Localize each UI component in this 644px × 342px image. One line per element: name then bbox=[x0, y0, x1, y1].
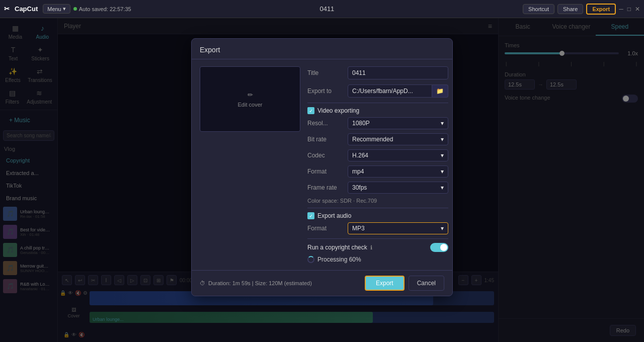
modal-body: ✏ Edit cover Title Export to 📁 bbox=[192, 59, 452, 270]
browse-folder-button[interactable]: 📁 bbox=[432, 84, 448, 98]
modal-title: Export bbox=[192, 39, 452, 59]
shortcut-button[interactable]: Shortcut bbox=[523, 4, 554, 14]
format-row: Format mp4 ▾ bbox=[307, 165, 448, 178]
audio-export-row: ✓ Export audio bbox=[307, 212, 448, 219]
title-field-label: Title bbox=[307, 69, 344, 76]
audio-export-label: Export audio bbox=[317, 212, 351, 219]
modal-export-button[interactable]: Export bbox=[365, 276, 405, 291]
audio-format-label: Format bbox=[307, 225, 344, 232]
processing-spinner bbox=[307, 256, 314, 263]
codec-select[interactable]: H.264 ▾ bbox=[348, 149, 448, 161]
window-controls: ─ □ ✕ bbox=[619, 6, 640, 13]
processing-label: Processing 60% bbox=[317, 256, 361, 263]
format-label: Format bbox=[307, 168, 344, 175]
footer-buttons: Export Cancel bbox=[365, 276, 444, 291]
resolution-row: Resol... 1080P ▾ bbox=[307, 117, 448, 129]
topbar: ✂ CapCut Menu ▾ Auto saved: 22:57:35 041… bbox=[0, 0, 644, 18]
codec-label: Codec bbox=[307, 152, 344, 159]
shortcut-label: Shortcut bbox=[528, 6, 549, 12]
window-title: 0411 bbox=[134, 5, 520, 13]
app-name: CapCut bbox=[15, 5, 38, 13]
share-label: Share bbox=[563, 6, 578, 12]
bitrate-select[interactable]: Recommended ▾ bbox=[348, 133, 448, 145]
format-select[interactable]: mp4 ▾ bbox=[348, 165, 448, 178]
pencil-icon: ✏ bbox=[248, 91, 253, 99]
export-path-input[interactable] bbox=[348, 84, 432, 98]
autosave-indicator: Auto saved: 22:57:35 bbox=[73, 6, 131, 12]
modal-overlay: Export ✏ Edit cover Title Export to bbox=[0, 18, 644, 342]
copyright-label: Run a copyright check bbox=[307, 244, 367, 251]
menu-label: Menu bbox=[47, 6, 61, 12]
modal-footer: ⏱ Duration: 1m 59s | Size: 120M (estimat… bbox=[192, 270, 452, 296]
topbar-right: Shortcut Share Export ─ □ ✕ bbox=[523, 4, 640, 15]
codec-row: Codec H.264 ▾ bbox=[307, 149, 448, 161]
bitrate-label: Bit rate bbox=[307, 136, 344, 143]
title-row: Title bbox=[307, 66, 448, 79]
video-export-label: Video exporting bbox=[317, 107, 359, 114]
maximize-icon[interactable]: □ bbox=[627, 6, 631, 13]
export-form: Title Export to 📁 ✓ Video expor bbox=[307, 66, 448, 263]
framerate-label: Frame rate bbox=[307, 184, 344, 191]
autosave-dot bbox=[73, 7, 77, 11]
resolution-label: Resol... bbox=[307, 120, 344, 127]
framerate-row: Frame rate 30fps ▾ bbox=[307, 182, 448, 194]
export-to-row: Export to 📁 bbox=[307, 84, 448, 98]
bitrate-row: Bit rate Recommended ▾ bbox=[307, 133, 448, 145]
processing-row: Processing 60% bbox=[307, 256, 448, 263]
app-logo: ✂ bbox=[4, 5, 10, 13]
audio-format-select[interactable]: MP3 ▾ bbox=[348, 222, 448, 234]
color-space-info: Color space: SDR · Rec.709 bbox=[307, 198, 448, 204]
cover-preview[interactable]: ✏ Edit cover bbox=[200, 66, 300, 132]
export-button[interactable]: Export bbox=[586, 4, 616, 15]
close-icon[interactable]: ✕ bbox=[635, 6, 640, 13]
footer-info: ⏱ Duration: 1m 59s | Size: 120M (estimat… bbox=[200, 280, 312, 286]
video-export-row: ✓ Video exporting bbox=[307, 107, 448, 114]
copyright-toggle[interactable] bbox=[430, 243, 448, 252]
title-input[interactable] bbox=[348, 66, 448, 79]
copyright-info-icon[interactable]: ℹ bbox=[370, 244, 372, 251]
modal-cancel-button[interactable]: Cancel bbox=[409, 276, 444, 291]
autosave-text: Auto saved: 22:57:35 bbox=[79, 6, 131, 12]
export-modal: Export ✏ Edit cover Title Export to bbox=[191, 38, 453, 296]
share-button[interactable]: Share bbox=[557, 4, 583, 14]
minimize-icon[interactable]: ─ bbox=[619, 6, 623, 13]
export-to-label: Export to bbox=[307, 88, 344, 95]
audio-export-checkbox[interactable]: ✓ bbox=[307, 212, 314, 219]
edit-cover-label: Edit cover bbox=[238, 102, 263, 108]
export-label: Export bbox=[592, 6, 610, 12]
duration-icon: ⏱ bbox=[200, 280, 205, 286]
audio-format-row: Format MP3 ▾ bbox=[307, 222, 448, 234]
copyright-check-row: Run a copyright check ℹ bbox=[307, 243, 448, 252]
duration-info-text: Duration: 1m 59s | Size: 120M (estimated… bbox=[208, 280, 312, 286]
framerate-select[interactable]: 30fps ▾ bbox=[348, 182, 448, 194]
resolution-select[interactable]: 1080P ▾ bbox=[348, 117, 448, 129]
menu-button[interactable]: Menu ▾ bbox=[43, 4, 70, 14]
video-export-checkbox[interactable]: ✓ bbox=[307, 107, 314, 114]
